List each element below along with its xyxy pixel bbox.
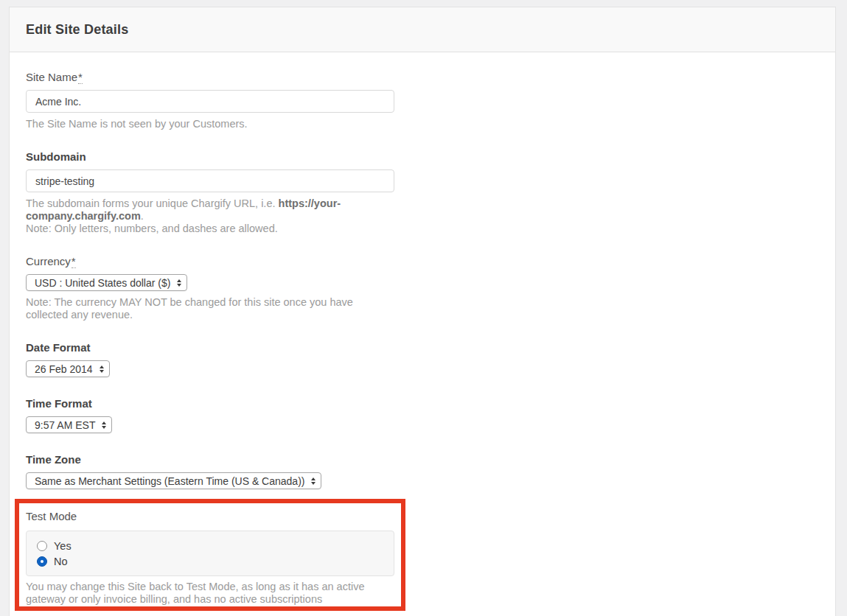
currency-select-value: USD : United States dollar ($) — [35, 277, 170, 289]
site-name-label: Site Name* — [26, 70, 394, 84]
select-arrows-icon — [177, 279, 181, 287]
select-arrows-icon — [102, 421, 106, 429]
test-mode-help: You may change this Site back to Test Mo… — [26, 581, 394, 605]
select-arrows-icon — [100, 365, 104, 373]
currency-label-text: Currency — [26, 255, 71, 267]
site-name-help: The Site Name is not seen by your Custom… — [26, 118, 394, 130]
radio-button-icon[interactable] — [37, 541, 47, 551]
time-zone-select-value: Same as Merchant Settings (Eastern Time … — [35, 475, 304, 487]
page: { "page": { "title": "Edit Site Details"… — [0, 0, 847, 616]
subdomain-help: The subdomain forms your unique Chargify… — [26, 197, 394, 223]
date-format-select[interactable]: 26 Feb 2014 — [26, 360, 110, 377]
date-format-group: Date Format 26 Feb 2014 — [26, 340, 394, 377]
currency-select[interactable]: USD : United States dollar ($) — [26, 274, 187, 291]
time-zone-select[interactable]: Same as Merchant Settings (Eastern Time … — [26, 472, 321, 489]
time-format-label: Time Format — [26, 396, 394, 410]
time-format-select-value: 9:57 AM EST — [35, 419, 95, 431]
currency-group: Currency* USD : United States dollar ($)… — [26, 254, 394, 321]
page-title: Edit Site Details — [26, 22, 128, 38]
date-format-label: Date Format — [26, 340, 394, 354]
subdomain-label: Subdomain — [26, 150, 394, 164]
test-mode-highlight-box: Test Mode Yes No You may change this Sit… — [15, 499, 405, 611]
test-mode-option-yes-label: Yes — [54, 540, 72, 552]
subdomain-help-prefix: The subdomain forms your unique Chargify… — [26, 197, 279, 209]
test-mode-option-yes[interactable]: Yes — [37, 538, 383, 553]
card-header: Edit Site Details — [10, 7, 835, 52]
select-arrows-icon — [311, 477, 316, 485]
test-mode-option-no[interactable]: No — [37, 553, 383, 569]
required-asterisk: * — [72, 255, 76, 268]
subdomain-input[interactable] — [26, 169, 394, 192]
edit-site-details-card: Edit Site Details Site Name* The Site Na… — [9, 7, 836, 616]
site-name-input[interactable] — [26, 90, 394, 113]
required-asterisk: * — [78, 71, 83, 84]
currency-note: Note: The currency MAY NOT be changed fo… — [26, 296, 394, 321]
card-body: Site Name* The Site Name is not seen by … — [10, 52, 835, 611]
subdomain-note: Note: Only letters, numbers, and dashes … — [26, 223, 394, 235]
subdomain-help-suffix: . — [141, 210, 144, 222]
test-mode-label: Test Mode — [26, 509, 394, 523]
test-mode-option-no-label: No — [54, 556, 68, 567]
time-zone-group: Time Zone Same as Merchant Settings (Eas… — [26, 452, 394, 489]
date-format-select-value: 26 Feb 2014 — [35, 363, 93, 375]
site-name-group: Site Name* The Site Name is not seen by … — [26, 70, 394, 130]
time-format-select[interactable]: 9:57 AM EST — [26, 416, 112, 433]
subdomain-group: Subdomain The subdomain forms your uniqu… — [26, 150, 394, 235]
currency-label: Currency* — [26, 254, 394, 268]
radio-button-icon[interactable] — [37, 556, 47, 567]
test-mode-radio-well: Yes No — [26, 531, 394, 576]
site-name-label-text: Site Name — [26, 71, 77, 83]
time-zone-label: Time Zone — [26, 452, 394, 466]
time-format-group: Time Format 9:57 AM EST — [26, 396, 394, 433]
